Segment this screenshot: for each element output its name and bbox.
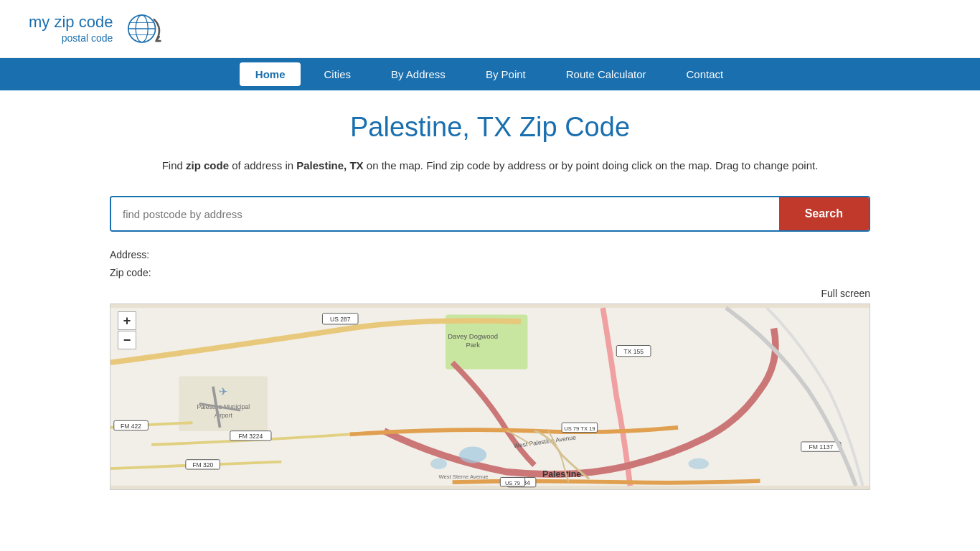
nav-by-point[interactable]: By Point (466, 58, 546, 90)
svg-text:US 287: US 287 (330, 316, 351, 324)
zoom-out-button[interactable]: − (118, 331, 136, 349)
logo-globe-icon (120, 7, 170, 50)
svg-text:Park: Park (466, 342, 480, 349)
city-emphasis: Palestine, TX (296, 159, 363, 171)
svg-text:FM 1137: FM 1137 (809, 444, 833, 451)
svg-text:Palestine: Palestine (542, 470, 581, 480)
nav-cities[interactable]: Cities (303, 58, 371, 90)
map-container[interactable]: + − Davey Dogwood Park Palestine Municip… (110, 303, 870, 490)
svg-text:US 79: US 79 (505, 480, 520, 486)
svg-text:TX 155: TX 155 (623, 348, 644, 355)
map-svg: Davey Dogwood Park Palestine Municipal A… (110, 304, 870, 489)
address-info: Address: Zip code: (110, 246, 870, 282)
main-content: Palestine, TX Zip Code Find zip code of … (95, 90, 885, 512)
svg-text:West Sterne Avenue: West Sterne Avenue (439, 474, 489, 481)
search-button[interactable]: Search (779, 197, 869, 230)
address-line: Address: (110, 246, 870, 264)
main-nav: Home Cities By Address By Point Route Ca… (0, 58, 980, 90)
svg-point-34 (430, 458, 447, 469)
nav-by-address[interactable]: By Address (371, 58, 466, 90)
nav-contact[interactable]: Contact (666, 58, 743, 90)
logo-sub: postal code (29, 32, 113, 44)
svg-point-35 (688, 458, 709, 469)
nav-route-calculator[interactable]: Route Calculator (546, 58, 666, 90)
page-title: Palestine, TX Zip Code (110, 112, 870, 143)
svg-text:✈: ✈ (219, 385, 228, 397)
svg-point-33 (459, 447, 486, 463)
nav-home[interactable]: Home (240, 62, 301, 86)
fullscreen-link[interactable]: Full screen (110, 288, 870, 299)
search-bar: Search (110, 196, 870, 232)
zipcode-line: Zip code: (110, 264, 870, 282)
svg-text:Davey Dogwood: Davey Dogwood (448, 332, 498, 340)
svg-text:FM 320: FM 320 (192, 462, 213, 469)
logo: my zip code postal code (29, 7, 170, 50)
svg-text:FM 422: FM 422 (121, 423, 141, 430)
search-input[interactable] (111, 197, 779, 230)
page-description: Find zip code of address in Palestine, T… (110, 157, 870, 174)
svg-text:FM 3224: FM 3224 (238, 433, 263, 441)
header: my zip code postal code (0, 0, 980, 58)
map-zoom-controls: + − (118, 311, 136, 349)
zoom-in-button[interactable]: + (118, 311, 136, 330)
zip-code-emphasis: zip code (186, 159, 229, 171)
logo-main: my zip code (29, 13, 113, 32)
logo-text: my zip code postal code (29, 13, 113, 44)
svg-text:US 79 TX 19: US 79 TX 19 (564, 425, 595, 432)
